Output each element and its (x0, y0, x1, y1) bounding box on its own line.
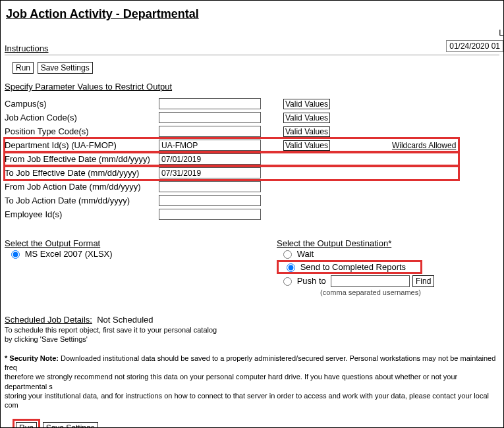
run-highlight: Run (13, 419, 40, 428)
to-act-input[interactable] (159, 195, 261, 206)
send-highlight: Send to Completed Reports (277, 260, 422, 274)
jac-input[interactable] (159, 112, 261, 123)
save-settings-button-top[interactable]: Save Settings (38, 62, 93, 74)
label-push: Push to (297, 276, 326, 286)
label-xlsx: MS Excel 2007 (XLSX) (25, 249, 113, 259)
label-emp: Employee Id(s) (5, 207, 159, 221)
label-to-act: To Job Action Date (mm/dd/yyyy) (5, 194, 159, 207)
instructions-link[interactable]: Instructions (5, 43, 48, 53)
label-ptc: Position Type Code(s) (5, 124, 159, 138)
valid-values-campus[interactable]: Valid Values (283, 99, 330, 109)
page-title: Job Action Activity - Departmental (6, 7, 499, 21)
radio-push[interactable] (283, 277, 292, 286)
sched-line2: by clicking 'Save Settings' (5, 335, 88, 343)
radio-xlsx[interactable] (11, 250, 20, 259)
from-eff-input[interactable] (159, 153, 261, 165)
sched-line1: To schedule this report object, first sa… (5, 326, 217, 334)
valid-values-jac[interactable]: Valid Values (283, 113, 330, 123)
label-campus: Campus(s) (5, 97, 159, 111)
divider (5, 55, 499, 55)
label-from-eff: From Job Effective Date (mm/dd/yyyy) (5, 152, 159, 166)
parameter-table: Campus(s) Valid Values Job Action Code(s… (5, 97, 459, 221)
emp-input[interactable] (159, 209, 261, 220)
security-note: * Security Note: Downloaded institutiona… (5, 354, 499, 410)
label-to-eff: To Job Effective Date (mm/dd/yyyy) (5, 166, 159, 180)
label-jac: Job Action Code(s) (5, 111, 159, 124)
wildcards-link[interactable]: Wildcards Allowed (392, 141, 456, 150)
pushto-note: (comma separated usernames) (320, 288, 499, 296)
radio-wait[interactable] (283, 250, 292, 259)
output-format-header: Select the Output Format (5, 238, 100, 248)
ptc-input[interactable] (159, 126, 261, 137)
label-dept: Department Id(s) (UA-FMOP) (5, 138, 159, 152)
specify-header: Specify Parameter Values to Restrict Out… (5, 82, 499, 92)
valid-values-ptc[interactable]: Valid Values (283, 126, 330, 137)
find-button[interactable]: Find (412, 275, 434, 287)
security-bold: * Security Note: (5, 354, 59, 362)
from-act-input[interactable] (159, 181, 261, 192)
label-send: Send to Completed Reports (300, 262, 406, 272)
dept-input[interactable] (159, 140, 261, 151)
output-dest-header: Select the Output Destination* (277, 238, 391, 248)
run-button-bottom[interactable]: Run (16, 422, 37, 428)
sched-status: Not Scheduled (97, 315, 153, 325)
campus-input[interactable] (159, 98, 261, 109)
top-right-info: L 01/24/2020 01 (446, 28, 503, 52)
save-settings-button-bottom[interactable]: Save Settings (43, 422, 98, 428)
label-wait: Wait (297, 249, 314, 259)
top-right-char: L (446, 28, 503, 38)
security-l1: Downloaded institutional data should be … (5, 354, 495, 371)
run-button-top[interactable]: Run (13, 62, 34, 74)
datetime-value: 01/24/2020 01 (446, 40, 503, 52)
sched-header: Scheduled Job Details: (5, 315, 92, 325)
security-l3: storing your institutional data, and for… (5, 392, 489, 409)
to-eff-input[interactable] (159, 167, 261, 178)
label-from-act: From Job Action Date (mm/dd/yyyy) (5, 180, 159, 194)
radio-send[interactable] (287, 263, 295, 272)
valid-values-dept[interactable]: Valid Values (283, 140, 330, 151)
pushto-input[interactable] (331, 275, 410, 287)
security-l2: therefore we strongly recommend not stor… (5, 373, 457, 390)
